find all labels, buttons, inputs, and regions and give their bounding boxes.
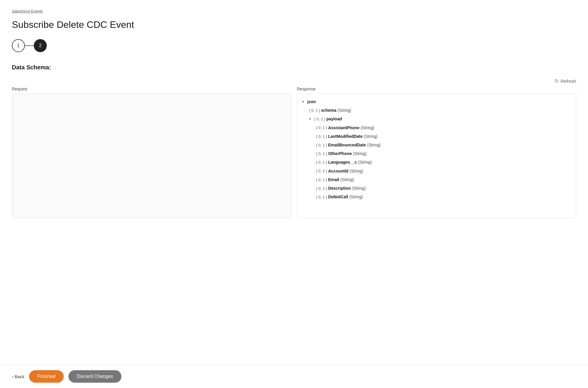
tree-row-AssistantPhone: [ 0, 1 ] AssistantPhone (String) [316, 124, 571, 132]
page-container: Salesforce Events Subscribe Delete CDC E… [0, 0, 588, 388]
response-label: Response [297, 87, 576, 91]
section-title: Data Schema: [12, 64, 576, 71]
tree-key-LastModifiedDate: LastModifiedDate [328, 133, 363, 140]
tree-children-json: [ 0, 1 ] schema (String) ▾ [ 0, 1 ] payl… [309, 106, 571, 201]
tree-row-payload: ▾ [ 0, 1 ] payload [309, 115, 571, 123]
response-panel: Response ▾ json [ 0, 1 ] schema [297, 87, 576, 218]
tree-indices-Languages__c: [ 0, 1 ] [316, 159, 327, 166]
tree-row-Email: [ 0, 1 ] Email (String) [316, 175, 571, 184]
schema-area: Request Response ▾ json [12, 87, 576, 218]
tree-indices-EmailBouncedDate: [ 0, 1 ] [316, 142, 327, 149]
tree-row-Description: [ 0, 1 ] Description (String) [316, 184, 571, 193]
tree-type-Description: (String) [352, 185, 366, 192]
tree-key-AccountId: AccountId [328, 167, 348, 175]
tree-type-DoNotCall: (String) [349, 193, 363, 201]
tree-row-Languages__c: [ 0, 1 ] Languages__c (String) [316, 158, 571, 167]
tree-type-Languages__c: (String) [358, 159, 372, 166]
tree-root-json: ▾ json [ 0, 1 ] schema (String) [302, 98, 571, 201]
tree-children-payload: [ 0, 1 ] AssistantPhone (String) [ 0, 1 … [316, 124, 571, 202]
tree-type-AccountId: (String) [350, 167, 363, 175]
tree-key-json: json [307, 98, 316, 106]
tree-row-LastModifiedDate: [ 0, 1 ] LastModifiedDate (String) [316, 132, 571, 141]
tree-indices-Description: [ 0, 1 ] [316, 185, 327, 192]
tree-type-schema: (String) [338, 107, 351, 114]
step-connector [25, 45, 34, 46]
tree-row-json: ▾ json [302, 98, 571, 106]
tree-key-AssistantPhone: AssistantPhone [328, 124, 360, 132]
refresh-button[interactable]: ↻ Refresh [555, 78, 576, 84]
step-1[interactable]: 1 [12, 39, 25, 52]
tree-node-payload: ▾ [ 0, 1 ] payload [ 0, 1 ] AssistantPho… [309, 115, 571, 201]
back-label: Back [15, 374, 24, 379]
response-box: ▾ json [ 0, 1 ] schema (String) [297, 94, 576, 218]
request-box [12, 94, 291, 218]
tree-key-payload: payload [326, 115, 342, 123]
tree-indices-OtherPhone: [ 0, 1 ] [316, 150, 327, 157]
refresh-label: Refresh [560, 79, 576, 84]
tree-key-Description: Description [328, 185, 351, 192]
request-label: Request [12, 87, 291, 91]
tree-type-LastModifiedDate: (String) [364, 133, 377, 140]
request-panel: Request [12, 87, 291, 218]
tree-key-EmailBouncedDate: EmailBouncedDate [328, 141, 366, 149]
page-title: Subscribe Delete CDC Event [12, 19, 576, 30]
tree-indices-schema: [ 0, 1 ] [309, 107, 320, 114]
tree-type-OtherPhone: (String) [353, 150, 367, 157]
refresh-icon: ↻ [555, 78, 559, 84]
chevron-json[interactable]: ▾ [302, 99, 306, 105]
tree-indices-payload: [ 0, 1 ] [315, 116, 325, 122]
breadcrumb[interactable]: Salesforce Events [12, 9, 576, 13]
refresh-row: ↻ Refresh [12, 78, 576, 84]
tree-row-OtherPhone: [ 0, 1 ] OtherPhone (String) [316, 149, 571, 158]
tree-row-EmailBouncedDate: [ 0, 1 ] EmailBouncedDate (String) [316, 141, 571, 149]
tree-key-DoNotCall: DoNotCall [328, 193, 348, 201]
tree-indices-AssistantPhone: [ 0, 1 ] [316, 124, 327, 131]
tree-row-DoNotCall: [ 0, 1 ] DoNotCall (String) [316, 193, 571, 201]
tree-indices-AccountId: [ 0, 1 ] [316, 167, 327, 174]
stepper: 1 2 [12, 39, 576, 52]
tree-indices-LastModifiedDate: [ 0, 1 ] [316, 133, 327, 140]
tree-key-schema: schema [321, 107, 337, 114]
data-schema-section: Data Schema: ↻ Refresh Request Response [12, 64, 576, 218]
tree-row-schema: [ 0, 1 ] schema (String) [309, 106, 571, 115]
tree-type-AssistantPhone: (String) [361, 124, 374, 132]
step-2[interactable]: 2 [34, 39, 47, 52]
tree-key-Languages__c: Languages__c [328, 159, 357, 166]
back-button[interactable]: ‹ Back [12, 374, 24, 379]
footer: ‹ Back Finished Discard Changes [0, 365, 588, 388]
chevron-payload[interactable]: ▾ [309, 116, 313, 122]
discard-button[interactable]: Discard Changes [68, 370, 121, 383]
back-chevron-icon: ‹ [12, 374, 13, 379]
tree-type-EmailBouncedDate: (String) [367, 141, 381, 149]
tree-key-Email: Email [328, 176, 339, 183]
finished-button[interactable]: Finished [29, 370, 63, 383]
tree-indices-Email: [ 0, 1 ] [316, 176, 327, 183]
tree-row-AccountId: [ 0, 1 ] AccountId (String) [316, 167, 571, 175]
tree-key-OtherPhone: OtherPhone [328, 150, 352, 157]
tree-type-Email: (String) [340, 176, 354, 183]
tree-indices-DoNotCall: [ 0, 1 ] [316, 194, 327, 200]
